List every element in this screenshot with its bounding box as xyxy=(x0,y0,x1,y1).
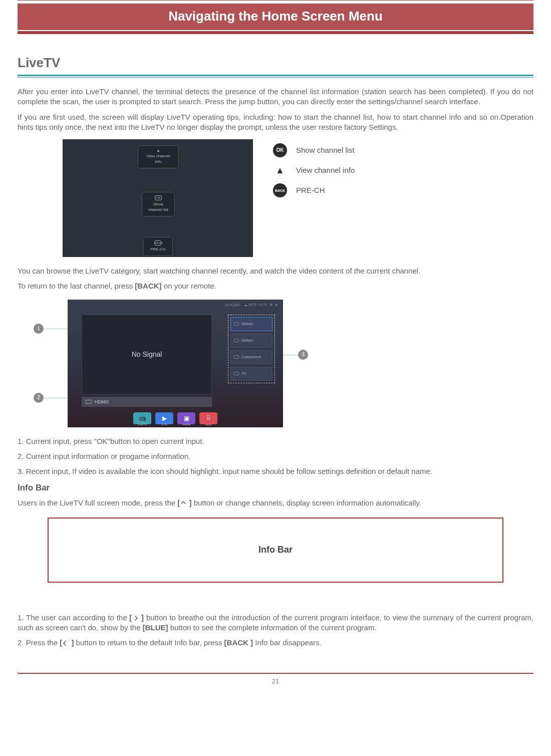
hint-text: PRE-CH xyxy=(150,247,166,251)
back-icon: BACK xyxy=(154,240,161,245)
teal-rule-thick xyxy=(18,75,533,76)
text-bold: [BACK] xyxy=(135,282,161,290)
current-input-bar: HDMI2 xyxy=(82,397,212,407)
section-title: LiveTV xyxy=(18,54,533,72)
input-label: HDMI1 xyxy=(241,338,253,343)
text-bold: [ ] xyxy=(177,498,191,507)
legend-row-ok: OK Show channel list xyxy=(273,143,355,157)
legend-row-back: BACK PRE-CH xyxy=(273,183,355,197)
text-bold: [BACK ] xyxy=(224,638,253,647)
paragraph: Users in the LiveTV full screen mode, pr… xyxy=(18,498,533,508)
chevron-right-icon xyxy=(133,616,138,621)
info-bar-figure: Info Bar xyxy=(48,518,503,583)
settings-icon: ⚙ xyxy=(269,303,272,307)
callout-1: 1 xyxy=(34,324,44,334)
input-item: HDMI2 xyxy=(230,317,272,331)
app-labels: LiveTV VOD Media Apps xyxy=(68,422,283,426)
legend-text: PRE-CH xyxy=(296,185,325,195)
paragraph: 2. Press the [ ] button to return to the… xyxy=(18,638,533,648)
page-banner: Navigating the Home Screen Menu xyxy=(18,4,533,30)
legend-text: View channel info xyxy=(296,165,355,175)
up-arrow-icon: ▲ xyxy=(273,164,287,176)
app-label: VOD xyxy=(155,422,173,426)
top-rule xyxy=(18,0,533,1)
subheading: Info Bar xyxy=(18,482,533,494)
tv-hints-screenshot: ▲ View channel info OK Show channel list… xyxy=(63,139,253,257)
app-label: LiveTV xyxy=(133,422,151,426)
ok-button-icon: OK xyxy=(273,143,287,157)
ok-icon: OK xyxy=(155,195,162,200)
paragraph: You can browse the LiveTV category, star… xyxy=(18,266,533,276)
weather-icon: ☁ xyxy=(244,303,247,307)
input-icon xyxy=(234,339,239,342)
text: on your remote. xyxy=(162,282,216,290)
callout-2: 2 xyxy=(34,393,44,403)
legend-text: Show channel list xyxy=(296,145,355,155)
input-icon xyxy=(234,372,239,375)
info-bar-label: Info Bar xyxy=(258,544,293,556)
hint-bubble-mid: OK Show channel list xyxy=(142,192,175,216)
legend-row-up: ▲ View channel info xyxy=(273,164,355,176)
chevron-up-icon xyxy=(181,501,186,506)
status-time: 10:41AM xyxy=(224,303,239,307)
page-number: 21 xyxy=(18,677,533,686)
input-icon xyxy=(234,322,239,326)
text: 2. Press the xyxy=(18,638,60,647)
input-icon xyxy=(234,355,239,359)
input-list: HDMI2 HDMI1 Component TV xyxy=(228,315,275,383)
text: Users in the LiveTV full screen mode, pr… xyxy=(18,498,177,507)
list-item: 3. Recent input, If video is available t… xyxy=(18,466,533,476)
input-item: Component xyxy=(230,350,272,364)
teal-rule-thin xyxy=(18,77,533,78)
text-bold: [BLUE] xyxy=(143,623,168,632)
paragraph: 1. The user can according to the [ ] but… xyxy=(18,613,533,633)
chevron-left-icon xyxy=(63,641,68,646)
text: Info bar disappears. xyxy=(253,638,322,647)
text-bold: [ ] xyxy=(60,638,74,647)
banner-underline xyxy=(18,31,533,34)
figure-2-wrap: 1 2 3 10:41AM ☁ 60°F~71°F ⚙ ⊕ No Signal … xyxy=(48,300,298,427)
hint-bubble-bot: BACK PRE-CH xyxy=(143,237,173,256)
text: button or change channels, display scree… xyxy=(191,498,421,507)
preview-pane: No Signal xyxy=(82,315,212,395)
paragraph: After you enter into LiveTV channel, the… xyxy=(18,87,533,107)
app-label: Media xyxy=(177,422,195,426)
text-bold: [ ] xyxy=(129,613,144,622)
figure-1-row: ▲ View channel info OK Show channel list… xyxy=(63,139,533,257)
input-label: TV xyxy=(241,371,246,376)
legend: OK Show channel list ▲ View channel info… xyxy=(273,143,355,204)
up-arrow-icon: ▲ xyxy=(143,149,173,153)
status-bar: 10:41AM ☁ 60°F~71°F ⚙ ⊕ xyxy=(224,303,278,307)
input-item: TV xyxy=(230,367,272,381)
input-item: HDMI1 xyxy=(230,334,272,348)
status-weather: 60°F~71°F xyxy=(249,303,267,307)
text: button to see the complete information o… xyxy=(168,623,377,632)
input-label: HDMI2 xyxy=(241,322,253,327)
hint-text: Show channel list xyxy=(148,202,168,212)
notification-icon: ⊕ xyxy=(275,303,278,307)
paragraph: To return to the last channel, press [BA… xyxy=(18,281,533,291)
hint-text: View channel info xyxy=(146,154,170,164)
tv-home-screenshot: 10:41AM ☁ 60°F~71°F ⚙ ⊕ No Signal HDMI2 … xyxy=(68,300,283,427)
text: To return to the last channel, press xyxy=(18,282,135,290)
text: button to return to the default Info bar… xyxy=(74,638,224,647)
footer-rule xyxy=(18,673,533,674)
input-icon xyxy=(86,400,92,404)
preview-text: No Signal xyxy=(132,350,162,359)
back-button-icon: BACK xyxy=(273,183,287,197)
current-input-label: HDMI2 xyxy=(95,399,109,405)
input-label: Component xyxy=(241,355,261,360)
paragraph: If you are first used, the screen will d… xyxy=(18,112,533,133)
text: 1. The user can according to the xyxy=(18,613,129,622)
hint-bubble-top: ▲ View channel info xyxy=(138,145,179,168)
app-label: Apps xyxy=(199,422,217,426)
callout-3: 3 xyxy=(298,350,308,360)
list-item: 1. Current input, press "OK"button to op… xyxy=(18,436,533,446)
list-item: 2. Current input information or progame … xyxy=(18,451,533,461)
